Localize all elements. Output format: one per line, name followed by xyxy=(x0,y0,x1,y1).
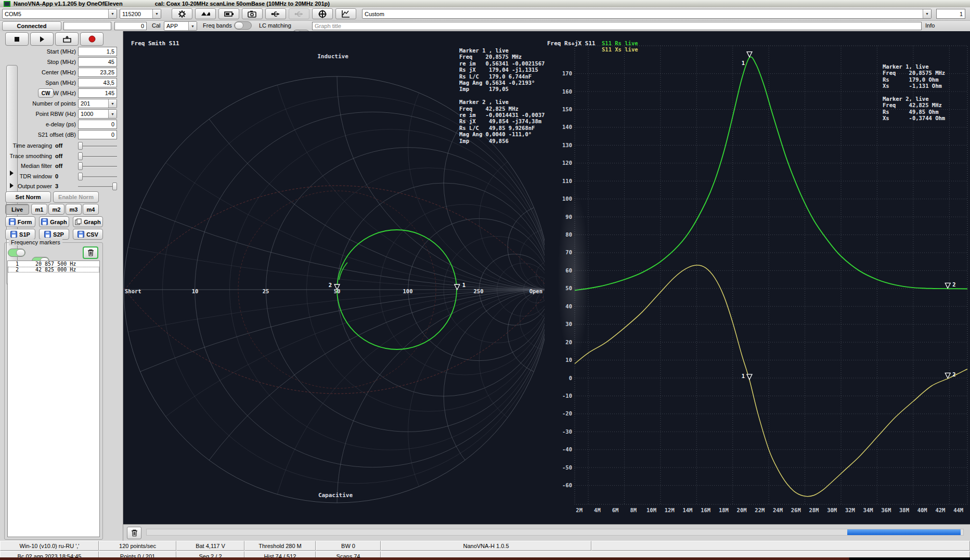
up-arrows-button[interactable] xyxy=(195,8,216,19)
slider-thumb-1[interactable] xyxy=(78,152,83,160)
field-input-2[interactable]: 23,25 xyxy=(78,68,117,77)
clear-button[interactable] xyxy=(127,527,141,539)
baud-value: 115200 xyxy=(122,11,141,17)
x-tick-label: 24M xyxy=(773,507,783,513)
x-tick-label: 40M xyxy=(917,507,927,513)
marker-list-row-1[interactable]: 120 857 500 Hz xyxy=(8,261,99,267)
chevron-down-icon[interactable]: ▼ xyxy=(108,99,117,108)
scan-progress-track[interactable] xyxy=(146,529,964,536)
preset-select[interactable]: Custom ▼ xyxy=(362,9,932,19)
usb-disabled-button[interactable] xyxy=(289,8,309,19)
svg-text:1: 1 xyxy=(742,60,745,66)
stop-button[interactable] xyxy=(5,32,29,46)
smith-axis-label: Short xyxy=(125,288,141,294)
slider-value-0: off xyxy=(55,142,62,149)
field-combo-5[interactable]: 201▼ xyxy=(78,99,117,108)
offset-input[interactable]: 0 xyxy=(114,22,147,30)
sweep-field-row: Start (MHz)1,5 xyxy=(0,47,123,57)
record-button[interactable] xyxy=(80,32,104,46)
toggle-knob xyxy=(16,249,25,256)
cal-mode-select[interactable]: APP ▼ xyxy=(164,21,197,31)
field-label-1: Stop (MHz) xyxy=(0,59,76,65)
slider-value-2: off xyxy=(55,163,62,169)
save-graph-button-1[interactable]: Graph xyxy=(39,216,69,227)
field-input-1[interactable]: 45 xyxy=(78,57,117,67)
memory-button-m2[interactable]: m2 xyxy=(48,204,64,215)
save-graph-button-2[interactable]: Graph xyxy=(73,216,103,227)
x-tick-label: 14M xyxy=(682,507,692,513)
slider-thumb-2[interactable] xyxy=(78,162,83,170)
field-input-7[interactable]: 0 xyxy=(78,120,117,129)
chevron-down-icon[interactable]: ▼ xyxy=(152,9,161,18)
field-label-3: Span (MHz) xyxy=(0,80,76,86)
info-label: Info xyxy=(925,22,935,29)
marker1-enable-toggle[interactable] xyxy=(8,249,25,257)
slider-thumb-4[interactable] xyxy=(112,183,117,190)
play-icon xyxy=(39,36,45,42)
graph-marker-1[interactable]: 1 xyxy=(742,373,752,380)
y-tick-label: -60 xyxy=(562,482,572,488)
export-csv-button[interactable]: CSV xyxy=(73,229,103,240)
memory-button-m3[interactable]: m3 xyxy=(66,204,82,215)
glow-artifact xyxy=(558,187,589,364)
gear-icon xyxy=(177,10,187,18)
toggle-knob xyxy=(235,22,243,29)
open-file-button[interactable] xyxy=(55,32,79,46)
graph-title-placeholder: Graph title xyxy=(315,23,341,29)
svg-text:2: 2 xyxy=(952,371,955,377)
marker-list-row-2[interactable]: 242 825 000 Hz xyxy=(8,267,99,272)
page-count-field[interactable]: 1 xyxy=(936,9,965,19)
export-s2p-button[interactable]: S2P xyxy=(39,229,69,240)
field-input-3[interactable]: 43,5 xyxy=(78,78,117,87)
memory-button-m1[interactable]: m1 xyxy=(31,204,47,215)
com-port-select[interactable]: COM5 ▼ xyxy=(2,9,117,19)
chevron-down-icon[interactable]: ▼ xyxy=(108,9,117,18)
marker-frequency: 42 825 000 Hz xyxy=(35,267,76,272)
field-input-0[interactable]: 1,5 xyxy=(78,47,117,56)
slider-groove xyxy=(78,186,117,188)
target-icon xyxy=(318,10,327,18)
field-input-4[interactable]: 145 xyxy=(78,88,117,98)
battery-button[interactable] xyxy=(218,8,239,19)
freq-bands-toggle[interactable] xyxy=(234,21,252,30)
gear-button[interactable] xyxy=(172,8,192,19)
export-s1p-button[interactable]: S1P xyxy=(5,229,35,240)
delete-markers-button[interactable] xyxy=(83,246,98,259)
svg-text:1: 1 xyxy=(462,282,465,288)
svg-text:2: 2 xyxy=(329,282,332,288)
field-combo-6[interactable]: 1000▼ xyxy=(78,109,117,119)
usb-icon xyxy=(271,10,280,18)
enable-norm-button[interactable]: Enable Norm xyxy=(53,191,99,203)
save-icon xyxy=(41,218,48,225)
slider-thumb-3[interactable] xyxy=(78,173,83,180)
sweep-field-row: Point RBW (Hz)1000▼ xyxy=(0,109,123,120)
set-norm-button[interactable]: Set Norm xyxy=(5,191,51,203)
slider-row: Trace smoothingoff xyxy=(0,151,123,161)
status-cell: Seg 2 / 2 xyxy=(176,551,244,557)
chevron-down-icon[interactable]: ▼ xyxy=(923,9,931,18)
cw-mode-button[interactable]: CW xyxy=(38,88,54,98)
save-form-button-0[interactable]: Form xyxy=(5,216,35,227)
slider-row: Time averagingoff xyxy=(0,141,123,151)
slider-thumb-0[interactable] xyxy=(78,142,83,150)
trash-icon xyxy=(87,249,94,256)
aux-input[interactable] xyxy=(63,22,111,30)
chevron-down-icon[interactable]: ▼ xyxy=(188,22,197,30)
camera-button[interactable] xyxy=(242,8,263,19)
usb-button[interactable] xyxy=(265,8,286,19)
graph-marker-2[interactable]: 2 xyxy=(945,281,955,288)
button-label: Graph xyxy=(50,219,67,225)
connect-button[interactable]: Connected xyxy=(2,21,61,31)
baud-rate-select[interactable]: 115200 ▼ xyxy=(120,9,161,19)
chart-button[interactable] xyxy=(335,8,356,19)
memory-button-m4[interactable]: m4 xyxy=(83,204,99,215)
memory-button-live[interactable]: Live xyxy=(5,204,29,215)
marker-list[interactable]: 120 857 500 Hz242 825 000 Hz xyxy=(7,261,100,537)
graph-header: Freq Rs+jX S11 xyxy=(547,40,596,47)
run-button[interactable] xyxy=(30,32,54,46)
graph-title-input[interactable]: Graph title xyxy=(312,22,922,30)
field-input-8[interactable]: 0 xyxy=(78,130,117,139)
target-button[interactable] xyxy=(312,8,333,19)
up-arrows-icon xyxy=(201,10,210,18)
chevron-down-icon[interactable]: ▼ xyxy=(108,110,117,118)
